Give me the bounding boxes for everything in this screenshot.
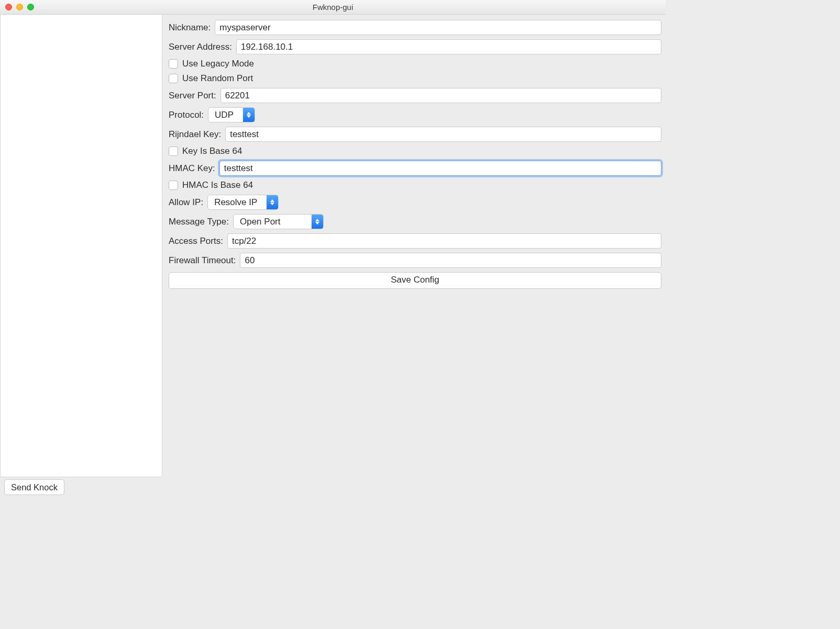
key-is-b64-checkbox[interactable] (169, 147, 178, 156)
hmac-is-b64-checkbox[interactable] (169, 181, 178, 190)
content-area: Nickname: Server Address: Use Legacy Mod… (0, 15, 666, 477)
access-ports-input[interactable] (227, 233, 661, 249)
legacy-mode-checkbox[interactable] (169, 59, 178, 69)
firewall-timeout-input[interactable] (240, 253, 661, 268)
access-ports-label: Access Ports: (169, 236, 223, 246)
hmac-key-label: HMAC Key: (169, 163, 215, 174)
footer: Send Knock (0, 477, 666, 499)
protocol-label: Protocol: (169, 110, 204, 120)
allow-ip-value: Resolve IP (208, 195, 267, 209)
legacy-mode-label: Use Legacy Mode (182, 59, 254, 69)
message-type-label: Message Type: (169, 217, 229, 227)
titlebar: Fwknop-gui (0, 0, 666, 15)
save-config-button[interactable]: Save Config (169, 272, 661, 289)
server-address-input[interactable] (236, 39, 661, 54)
message-type-value: Open Port (234, 215, 312, 229)
random-port-checkbox[interactable] (169, 74, 178, 83)
allow-ip-label: Allow IP: (169, 197, 203, 208)
server-port-input[interactable] (220, 88, 661, 103)
key-is-b64-label: Key Is Base 64 (182, 146, 242, 156)
hmac-is-b64-label: HMAC Is Base 64 (182, 180, 253, 190)
message-type-select[interactable]: Open Port (233, 214, 324, 229)
nickname-input[interactable] (215, 20, 661, 35)
protocol-select[interactable]: UDP (208, 107, 255, 122)
server-port-label: Server Port: (169, 91, 216, 101)
send-knock-button[interactable]: Send Knock (4, 479, 64, 495)
random-port-label: Use Random Port (182, 73, 253, 84)
rijndael-key-label: Rijndael Key: (169, 129, 221, 140)
chevron-updown-icon (243, 108, 255, 122)
chevron-updown-icon (267, 195, 278, 209)
sidebar-list[interactable] (0, 15, 162, 477)
allow-ip-select[interactable]: Resolve IP (207, 195, 279, 210)
firewall-timeout-label: Firewall Timeout: (169, 255, 236, 266)
chevron-updown-icon (312, 215, 323, 229)
hmac-key-input[interactable] (219, 161, 661, 176)
config-form: Nickname: Server Address: Use Legacy Mod… (162, 15, 666, 477)
window-title: Fwknop-gui (0, 3, 666, 12)
rijndael-key-input[interactable] (225, 127, 661, 142)
protocol-value: UDP (208, 108, 243, 122)
nickname-label: Nickname: (169, 23, 211, 33)
server-address-label: Server Address: (169, 42, 232, 52)
